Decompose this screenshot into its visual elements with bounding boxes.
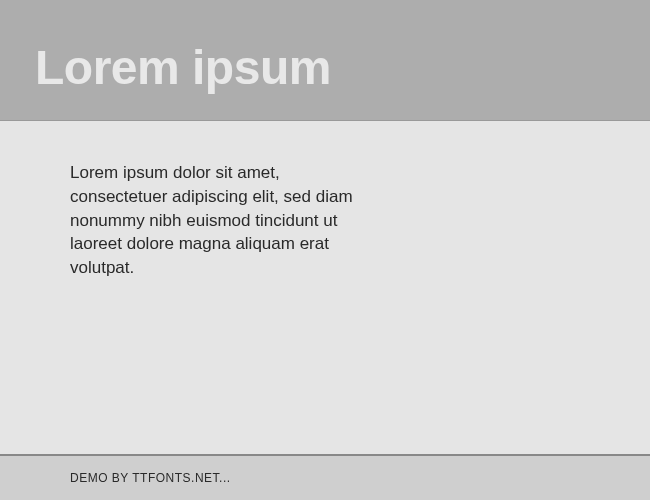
header: Lorem ipsum	[0, 0, 650, 121]
footer-text: DEMO BY TTFONTS.NET...	[70, 471, 580, 485]
footer: DEMO BY TTFONTS.NET...	[0, 454, 650, 500]
body-text: Lorem ipsum dolor sit amet, consectetuer…	[70, 161, 370, 280]
content-area: Lorem ipsum dolor sit amet, consectetuer…	[0, 121, 650, 454]
page-title: Lorem ipsum	[35, 40, 615, 95]
